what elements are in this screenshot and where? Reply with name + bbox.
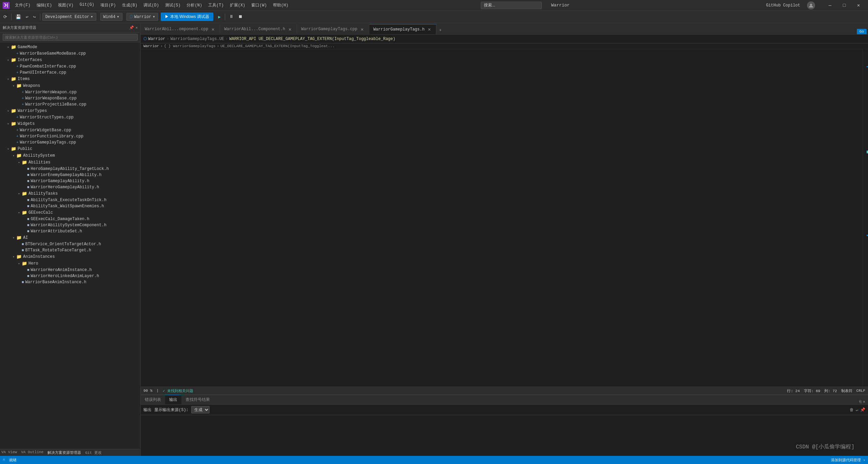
tree-item-warriortypes[interactable]: ▾📁WarriorTypes — [0, 108, 140, 114]
tree-item-weapons[interactable]: ▾📁Weapons — [0, 82, 140, 89]
tree-item-warriorheroanim[interactable]: ■WarriorHeroAnimInstance.h — [0, 267, 140, 273]
tree-item-widgets[interactable]: ▾📁Widgets — [0, 120, 140, 127]
breadcrumb-part2[interactable]: WARRIOR_API UE_DECLARE_GAMEPLAY_TAG_EXTE… — [229, 37, 395, 41]
toolbar-save[interactable]: 💾 — [14, 13, 23, 21]
output-tab[interactable]: 输出 — [165, 395, 181, 404]
toolbar-sep3 — [225, 14, 225, 20]
tree-item-warriorherogameplayability[interactable]: ■WarriorHeroGameplayAbility.h — [0, 184, 140, 190]
tree-item-warriorherolinkedanim[interactable]: ■WarriorHeroLinkedAnimLayer.h — [0, 273, 140, 279]
tree-item-gamemode[interactable]: ▾📁GameMode — [0, 44, 140, 51]
tab-2[interactable]: WarriorAbil...Component.h ✕ — [220, 24, 297, 34]
tree-item-abilitytask_waitspawnenemies[interactable]: ■AbilityTask_WaitSpawnEnemies.h — [0, 203, 140, 209]
solution-explorer-tab[interactable]: 解决方案资源管理器 — [47, 450, 81, 455]
tab-1[interactable]: WarriorAbil...omponent.cpp ✕ — [141, 24, 220, 34]
tree-item-abilitytask_executetaskontic[interactable]: ■AbilityTask_ExecuteTaskOnTick.h — [0, 197, 140, 203]
tree-item-animinstances[interactable]: ▾📁AnimInstances — [0, 253, 140, 260]
toolbar-new[interactable]: ⟳ — [1, 13, 9, 21]
tree-item-geexeccalc_damagetaken[interactable]: ■GEExecCalc_DamageTaken.h — [0, 216, 140, 222]
panel-float-icon[interactable]: ⎗ — [859, 400, 862, 404]
breadcrumb-part1[interactable]: WarriorGameplayTags.UE — [171, 37, 224, 41]
menu-analyze[interactable]: 分析(N) — [184, 1, 205, 9]
tree-item-public[interactable]: ▾📁Public — [0, 146, 140, 152]
tree-item-ai[interactable]: ▾📁AI — [0, 234, 140, 241]
tab-2-close[interactable]: ✕ — [287, 26, 293, 32]
tree-item-herogameplayability_targetlock[interactable]: ■HeroGameplayAbility_TargetLock.h — [0, 166, 140, 172]
tree-item-abilities[interactable]: ▾📁Abilities — [0, 159, 140, 166]
tree-item-warriorgameplayability[interactable]: ■WarriorGameplayAbility.h — [0, 178, 140, 184]
maximize-button[interactable]: □ — [837, 0, 851, 11]
tree-item-pawnuiinterface[interactable]: +PawnUIInterface.cpp — [0, 70, 140, 76]
editor-mode-dropdown[interactable]: Development Editor ▾ — [42, 13, 96, 21]
tree-item-warriorenemygameplayability[interactable]: ■WarriorEnemyGameplayAbility.h — [0, 172, 140, 178]
tree-item-warriorgameplaytags[interactable]: +WarriorGameplayTags.cpp — [0, 139, 140, 146]
tree-item-warriorwidgetbase[interactable]: +WarriorWidgetBase.cpp — [0, 127, 140, 133]
menu-view[interactable]: 视图(V) — [55, 1, 76, 9]
tree-item-warriorprojectilebase[interactable]: +WarriorProjectileBase.cpp — [0, 101, 140, 108]
menu-build[interactable]: 生成(B) — [119, 1, 140, 9]
menu-test[interactable]: 测试(S) — [162, 1, 183, 9]
menu-edit[interactable]: 编辑(E) — [34, 1, 55, 9]
menu-git[interactable]: Git(G) — [77, 1, 97, 9]
tree-item-pawncombatinterface[interactable]: +PawnCombatInterface.cpp — [0, 63, 140, 70]
output-pin-icon[interactable]: 📌 — [860, 407, 865, 412]
output-source-select[interactable]: 生成 — [191, 406, 210, 413]
tree-item-warriorbaseaniminst[interactable]: ■WarriorBaseAnimInstance.h — [0, 279, 140, 285]
tab-4-close[interactable]: ✕ — [427, 27, 432, 32]
menu-project[interactable]: 项目(P) — [98, 1, 119, 9]
tree-item-geexeccalc[interactable]: ▾📁GEExecCalc — [0, 209, 140, 216]
tree-item-warriorattributeset[interactable]: ■WarriorAttributeSet.h — [0, 228, 140, 234]
toolbar-pause[interactable]: ⏸ — [227, 13, 236, 21]
output-wrap-icon[interactable]: ↵ — [856, 407, 858, 412]
tree-item-abilitysystem[interactable]: ▾📁AbilitySystem — [0, 152, 140, 159]
breadcrumb-warrior[interactable]: Warrior — [148, 37, 165, 41]
panel-close-icon[interactable]: ✕ — [863, 399, 865, 404]
tab-3[interactable]: WarriorGameplayTags.cpp ✕ — [297, 24, 369, 34]
tree-item-warriorweaponbase[interactable]: +WarriorWeaponBase.cpp — [0, 95, 140, 101]
toolbar-stop[interactable]: ⏹ — [236, 13, 245, 21]
tree-item-warriorheroweapon[interactable]: +WarriorHeroWeapon.cpp — [0, 89, 140, 95]
menu-help[interactable]: 帮助(H) — [270, 1, 291, 9]
tree-item-interfaces[interactable]: ▾📁Interfaces — [0, 57, 140, 63]
tab-3-label: WarriorGameplayTags.cpp — [301, 27, 357, 32]
tab-4[interactable]: WarriorGameplayTags.h ✕ — [369, 24, 436, 34]
close-button[interactable]: ✕ — [852, 0, 865, 11]
menu-extend[interactable]: 扩展(X) — [227, 1, 248, 9]
tab-add-icon[interactable]: + — [438, 27, 443, 34]
menu-window[interactable]: 窗口(W) — [249, 1, 270, 9]
code-content[interactable] — [161, 49, 863, 387]
toolbar-redo[interactable]: ↪ — [31, 13, 38, 21]
project-dropdown[interactable]: ⬡ Warrior ▾ — [126, 13, 158, 21]
find-symbols-tab[interactable]: 查找符号结果 — [181, 395, 214, 404]
tree-item-bttask_rotatetofacetarget[interactable]: ■BTTask_RotateToFaceTarget.h — [0, 247, 140, 253]
menu-debug[interactable]: 调试(D) — [141, 1, 162, 9]
minimize-button[interactable]: — — [823, 0, 837, 11]
error-list-tab[interactable]: 错误列表 — [141, 395, 165, 404]
tree-item-hero[interactable]: ▾📁Hero — [0, 260, 140, 267]
tab-1-close[interactable]: ✕ — [210, 26, 216, 32]
tree-item-warriorbasegamemodebase[interactable]: +WarriorBaseGameModeBase.cpp — [0, 51, 140, 57]
tab-3-close[interactable]: ✕ — [359, 26, 365, 32]
toolbar-undo[interactable]: ↩ — [24, 13, 31, 21]
va-outline-tab[interactable]: VA Outline — [21, 450, 43, 455]
sidebar-close-icon[interactable]: ✕ — [135, 25, 138, 30]
bottom-text[interactable]: 添加到源代码管理 › — [831, 458, 865, 463]
platform-dropdown[interactable]: Win64 ▾ — [100, 13, 122, 21]
go-button[interactable]: Go — [857, 29, 867, 34]
tree-item-abilitytasks[interactable]: ▾📁AbilityTasks — [0, 190, 140, 197]
git-changes-tab[interactable]: Git 更改 — [85, 450, 101, 455]
tree-item-btservice_orienttotargetactor[interactable]: ■BTService_OrientToTargetActor.h — [0, 241, 140, 247]
menu-file[interactable]: 文件(F) — [12, 1, 33, 9]
tree-item-warriorabilitysystemcomponent[interactable]: ■WarriorAbilitySystemComponent.h — [0, 222, 140, 228]
sidebar-search-input[interactable] — [3, 34, 138, 41]
tree-item-warriorfunctionlibrary[interactable]: +WarriorFunctionLibrary.cpp — [0, 133, 140, 139]
va-view-tab[interactable]: VA View — [1, 450, 17, 455]
run-button[interactable]: ▶ 本地 Windows 调试器 — [161, 13, 213, 21]
tree-item-items[interactable]: ▾📁Items — [0, 76, 140, 82]
toolbar-play2[interactable]: ▶ — [216, 13, 223, 21]
sidebar-pin-icon[interactable]: 📌 — [129, 25, 134, 30]
menu-tools[interactable]: 工具(T) — [205, 1, 226, 9]
output-clear-icon[interactable]: 🗑 — [850, 407, 854, 412]
tree-item-warriorstructtypes[interactable]: +WarriorStructTypes.cpp — [0, 114, 140, 120]
user-avatar[interactable] — [807, 1, 815, 9]
title-search-input[interactable] — [481, 2, 542, 9]
